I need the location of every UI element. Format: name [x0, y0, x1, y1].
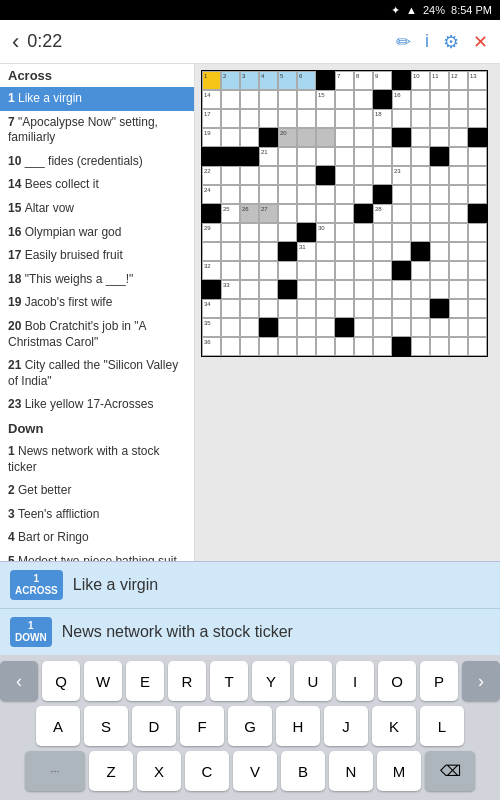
cell-15-9[interactable] — [354, 337, 373, 356]
cell-14-5[interactable] — [278, 318, 297, 337]
cell-6-12[interactable] — [411, 166, 430, 185]
key-r[interactable]: R — [168, 661, 206, 701]
cell-4-12[interactable] — [411, 128, 430, 147]
cell-14-7[interactable] — [316, 318, 335, 337]
clue-across-17[interactable]: 17 Easily bruised fruit — [0, 244, 194, 268]
cell-8-13[interactable] — [430, 204, 449, 223]
cell-5-12[interactable] — [411, 147, 430, 166]
cell-7-6[interactable] — [297, 185, 316, 204]
cell-10-4[interactable] — [259, 242, 278, 261]
cell-13-12[interactable] — [411, 299, 430, 318]
cell-7-2[interactable] — [221, 185, 240, 204]
cell-1-3[interactable]: 3 — [240, 71, 259, 90]
cell-13-6[interactable] — [297, 299, 316, 318]
cell-5-10[interactable] — [373, 147, 392, 166]
cell-4-8[interactable] — [335, 128, 354, 147]
cell-12-13[interactable] — [430, 280, 449, 299]
cell-5-8[interactable] — [335, 147, 354, 166]
cell-4-3[interactable] — [240, 128, 259, 147]
cell-6-1[interactable]: 22 — [202, 166, 221, 185]
cell-7-13[interactable] — [430, 185, 449, 204]
cell-9-7[interactable]: 30 — [316, 223, 335, 242]
cell-6-8[interactable] — [335, 166, 354, 185]
key-f[interactable]: F — [180, 706, 224, 746]
cell-3-4[interactable] — [259, 109, 278, 128]
cell-9-4[interactable] — [259, 223, 278, 242]
cell-12-14[interactable] — [449, 280, 468, 299]
clue-across-21[interactable]: 21 City called the "Silicon Valley of In… — [0, 354, 194, 393]
key-o[interactable]: O — [378, 661, 416, 701]
clue-across-23[interactable]: 23 Like yellow 17-Acrosses — [0, 393, 194, 417]
cell-11-6[interactable] — [297, 261, 316, 280]
cell-6-6[interactable] — [297, 166, 316, 185]
cell-13-15[interactable] — [468, 299, 487, 318]
cell-1-6[interactable]: 6 — [297, 71, 316, 90]
cell-3-13[interactable] — [430, 109, 449, 128]
cell-2-5[interactable] — [278, 90, 297, 109]
cell-14-6[interactable] — [297, 318, 316, 337]
cell-7-14[interactable] — [449, 185, 468, 204]
cell-7-11[interactable] — [392, 185, 411, 204]
cell-3-10[interactable]: 18 — [373, 109, 392, 128]
cell-3-11[interactable] — [392, 109, 411, 128]
cell-2-4[interactable] — [259, 90, 278, 109]
clue-across-10[interactable]: 10 ___ fides (credentials) — [0, 150, 194, 174]
cell-1-10[interactable]: 9 — [373, 71, 392, 90]
cell-2-3[interactable] — [240, 90, 259, 109]
cell-7-8[interactable] — [335, 185, 354, 204]
cell-2-8[interactable] — [335, 90, 354, 109]
cell-13-2[interactable] — [221, 299, 240, 318]
cell-14-13[interactable] — [430, 318, 449, 337]
cell-13-8[interactable] — [335, 299, 354, 318]
cell-15-13[interactable] — [430, 337, 449, 356]
cell-5-11[interactable] — [392, 147, 411, 166]
cell-9-2[interactable] — [221, 223, 240, 242]
cell-5-6[interactable] — [297, 147, 316, 166]
key-i[interactable]: I — [336, 661, 374, 701]
cell-10-6[interactable]: 31 — [297, 242, 316, 261]
cell-13-7[interactable] — [316, 299, 335, 318]
clue-across-14[interactable]: 14 Bees collect it — [0, 173, 194, 197]
cell-8-12[interactable] — [411, 204, 430, 223]
cell-12-11[interactable] — [392, 280, 411, 299]
clue-across-19[interactable]: 19 Jacob's first wife — [0, 291, 194, 315]
cell-11-8[interactable] — [335, 261, 354, 280]
cell-2-15[interactable] — [468, 90, 487, 109]
cell-11-1[interactable]: 32 — [202, 261, 221, 280]
cell-8-2[interactable]: 25 — [221, 204, 240, 223]
cell-4-7[interactable] — [316, 128, 335, 147]
cell-13-14[interactable] — [449, 299, 468, 318]
cell-9-11[interactable] — [392, 223, 411, 242]
cell-3-3[interactable] — [240, 109, 259, 128]
cell-4-9[interactable] — [354, 128, 373, 147]
close-icon[interactable]: ✕ — [473, 31, 488, 53]
cell-7-12[interactable] — [411, 185, 430, 204]
cell-9-10[interactable] — [373, 223, 392, 242]
cell-15-3[interactable] — [240, 337, 259, 356]
clue-across-18[interactable]: 18 "This weighs a ___!" — [0, 268, 194, 292]
cell-12-7[interactable] — [316, 280, 335, 299]
key-w[interactable]: W — [84, 661, 122, 701]
cell-12-2[interactable]: 33 — [221, 280, 240, 299]
dots-key[interactable]: ··· — [25, 751, 85, 791]
clue-down-1[interactable]: 1 News network with a stock ticker — [0, 440, 194, 479]
cell-10-8[interactable] — [335, 242, 354, 261]
cell-1-5[interactable]: 5 — [278, 71, 297, 90]
clue-down-2[interactable]: 2 Get better — [0, 479, 194, 503]
key-t[interactable]: T — [210, 661, 248, 701]
right-arrow-key[interactable]: › — [462, 661, 500, 701]
cell-7-5[interactable] — [278, 185, 297, 204]
cell-12-15[interactable] — [468, 280, 487, 299]
cell-9-13[interactable] — [430, 223, 449, 242]
key-m[interactable]: M — [377, 751, 421, 791]
cell-8-4[interactable]: 27 — [259, 204, 278, 223]
key-z[interactable]: Z — [89, 751, 133, 791]
key-b[interactable]: B — [281, 751, 325, 791]
key-q[interactable]: Q — [42, 661, 80, 701]
cell-15-4[interactable] — [259, 337, 278, 356]
cell-9-5[interactable] — [278, 223, 297, 242]
cell-10-2[interactable] — [221, 242, 240, 261]
cell-1-14[interactable]: 12 — [449, 71, 468, 90]
cell-8-7[interactable] — [316, 204, 335, 223]
cell-10-15[interactable] — [468, 242, 487, 261]
